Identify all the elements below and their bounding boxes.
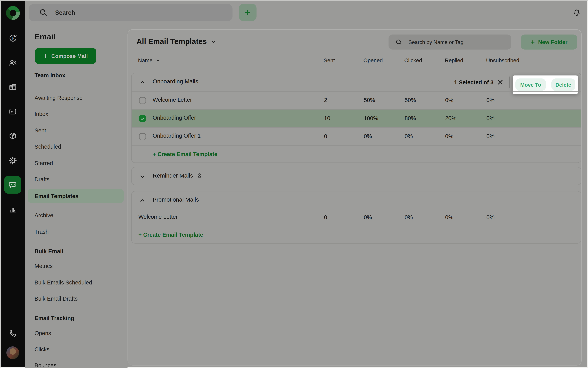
sidebar-item-email-tracking[interactable]: Email Tracking xyxy=(35,314,74,322)
table-header: Name Sent Opened Clicked Replied Unsubsc… xyxy=(131,57,581,66)
app-window: $ xyxy=(0,0,588,368)
folder-name: Reminder Mails xyxy=(153,172,193,179)
checkmark-icon xyxy=(140,116,145,121)
template-row-selected[interactable]: Onboarding Offer 10 100% 80% 20% 0% xyxy=(132,109,581,127)
email-sidebar: Email + Compose Mail Team Inbox Awaiting… xyxy=(25,29,128,368)
sidebar-item-trash[interactable]: Trash xyxy=(35,228,49,236)
expand-folder-icon[interactable] xyxy=(140,174,145,179)
sidebar-divider xyxy=(28,87,124,87)
sidebar-item-opens[interactable]: Opens xyxy=(35,329,51,337)
unsubscribed-value: 0% xyxy=(486,133,495,139)
folder-name: Onboarding Mails xyxy=(153,78,198,85)
create-email-template-link[interactable]: + Create Email Template xyxy=(138,231,203,238)
column-opened: Opened xyxy=(363,57,383,64)
page-title: All Email Templates xyxy=(137,37,207,46)
sent-value: 10 xyxy=(324,115,330,121)
folder-header-row[interactable]: Onboarding Mails 1 Selected of 3 Move To… xyxy=(132,73,581,91)
sidebar-item-metrics[interactable]: Metrics xyxy=(35,262,53,270)
global-search-field[interactable] xyxy=(54,9,212,16)
new-folder-label: New Folder xyxy=(538,39,567,45)
collapse-folder-icon[interactable] xyxy=(140,80,145,85)
sidebar-item-scheduled[interactable]: Scheduled xyxy=(35,143,61,151)
folder-card-promotional-mails: Promotional Mails Welcome Letter 0 0% 0%… xyxy=(131,191,581,243)
template-search-field[interactable] xyxy=(408,39,501,45)
column-name-sort[interactable]: Name xyxy=(138,57,160,64)
chevron-down-icon xyxy=(211,38,217,45)
contacts-icon[interactable] xyxy=(1,58,25,67)
unsubscribed-value: 0% xyxy=(486,214,495,220)
plus-icon: + xyxy=(44,52,48,59)
phone-icon[interactable] xyxy=(1,329,25,338)
sidebar-item-bulk-email[interactable]: Bulk Email xyxy=(35,247,63,256)
sidebar-item-team-inbox[interactable]: Team Inbox xyxy=(35,71,65,80)
row-checkbox[interactable] xyxy=(139,133,146,140)
sidebar-item-starred[interactable]: Starred xyxy=(35,159,53,167)
search-icon xyxy=(39,8,48,17)
clicked-value: 0% xyxy=(405,133,413,139)
create-template-row: + Create Email Template xyxy=(132,226,581,244)
template-row[interactable]: Onboarding Offer 1 0 0% 0% 0% 0% xyxy=(132,127,581,145)
sidebar-item-email-templates[interactable]: Email Templates xyxy=(28,189,124,203)
sidebar-item-bulk-emails-scheduled[interactable]: Bulk Emails Scheduled xyxy=(35,278,92,287)
create-template-row: + Create Email Template xyxy=(132,145,581,163)
column-replied: Replied xyxy=(445,57,463,64)
plus-icon: + xyxy=(531,38,535,46)
settings-gear-icon[interactable] xyxy=(1,156,25,165)
sidebar-item-bulk-email-drafts[interactable]: Bulk Email Drafts xyxy=(35,294,78,303)
column-unsubscribed: Unsubscribed xyxy=(486,57,519,64)
sidebar-item-awaiting-response[interactable]: Awaiting Response xyxy=(35,94,82,102)
delete-button[interactable]: Delete xyxy=(551,78,575,91)
create-email-template-link[interactable]: + Create Email Template xyxy=(153,151,217,157)
folder-header-row[interactable]: Promotional Mails xyxy=(132,192,581,209)
app-logo-icon[interactable] xyxy=(6,6,20,20)
conversations-icon[interactable] xyxy=(4,176,21,194)
opened-value: 0% xyxy=(364,133,372,139)
sent-value: 0 xyxy=(324,214,327,220)
svg-text:$: $ xyxy=(12,36,14,40)
sidebar-item-archive[interactable]: Archive xyxy=(35,211,53,220)
clicked-value: 0% xyxy=(405,214,413,220)
user-avatar[interactable] xyxy=(6,346,19,359)
collapse-folder-icon[interactable] xyxy=(140,198,145,203)
folder-header-row[interactable]: Reminder Mails xyxy=(132,167,581,185)
clear-selection-icon[interactable] xyxy=(497,79,504,85)
row-checkbox[interactable] xyxy=(139,97,146,104)
column-clicked: Clicked xyxy=(404,57,422,64)
sidebar-item-drafts[interactable]: Drafts xyxy=(35,175,50,184)
sidebar-item-bounces[interactable]: Bounces xyxy=(35,361,56,368)
template-name: Welcome Letter xyxy=(138,213,178,220)
notifications-bell-icon[interactable] xyxy=(572,8,581,17)
calendar-icon[interactable] xyxy=(1,107,25,116)
plus-icon: + xyxy=(245,7,251,18)
compose-mail-button[interactable]: + Compose Mail xyxy=(35,48,96,64)
sent-value: 0 xyxy=(324,133,327,139)
shared-person-icon xyxy=(196,173,202,179)
sidebar-item-inbox[interactable]: Inbox xyxy=(35,110,48,118)
template-name: Onboarding Offer 1 xyxy=(153,132,201,139)
app-rail: $ xyxy=(1,1,25,367)
replied-value: 0% xyxy=(445,214,453,220)
sidebar-item-sent[interactable]: Sent xyxy=(35,127,46,135)
clicked-value: 50% xyxy=(405,97,416,103)
package-icon[interactable] xyxy=(1,131,25,140)
quick-add-button[interactable]: + xyxy=(239,4,257,21)
sidebar-item-clicks[interactable]: Clicks xyxy=(35,345,50,354)
new-folder-button[interactable]: + New Folder xyxy=(521,35,577,50)
row-checkbox-checked[interactable] xyxy=(139,115,146,122)
sidebar-title: Email xyxy=(35,32,55,41)
templates-scope-dropdown[interactable]: All Email Templates xyxy=(137,37,217,46)
template-search-input[interactable] xyxy=(389,35,511,50)
bar-chart-icon[interactable] xyxy=(1,205,25,214)
global-search-input[interactable] xyxy=(29,4,232,21)
sidebar-divider xyxy=(28,309,124,309)
move-to-button[interactable]: Move To xyxy=(515,78,546,91)
currency-sync-icon[interactable]: $ xyxy=(1,33,25,42)
chevron-down-icon xyxy=(156,58,160,63)
template-row[interactable]: Welcome Letter 2 50% 50% 0% 0% xyxy=(132,91,581,109)
template-row[interactable]: Welcome Letter 0 0% 0% 0% 0% xyxy=(132,209,581,226)
opened-value: 50% xyxy=(364,97,375,103)
topbar: + xyxy=(25,1,587,29)
company-icon[interactable] xyxy=(1,83,25,92)
column-sent: Sent xyxy=(324,57,335,64)
clicked-value: 80% xyxy=(405,115,416,121)
